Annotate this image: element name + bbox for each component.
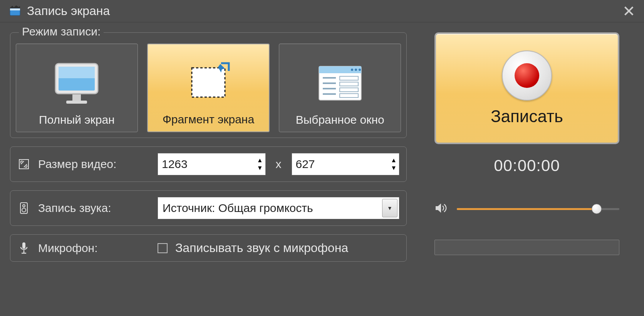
width-spinner[interactable]: ▲▼ (257, 157, 263, 171)
microphone-row: Микрофон: Записывать звук с микрофона (10, 234, 407, 262)
dimension-separator: x (273, 158, 284, 171)
volume-slider[interactable] (457, 208, 619, 210)
audio-source-dropdown[interactable]: Источник: Общая громкость ▼ (158, 197, 399, 219)
svg-rect-7 (192, 68, 225, 97)
height-spinner[interactable]: ▲▼ (391, 157, 397, 171)
mode-fullscreen[interactable]: Полный экран (16, 44, 138, 132)
svg-rect-22 (19, 160, 29, 169)
mic-level-meter (434, 240, 619, 255)
timer-display: 00:00:00 (494, 156, 560, 175)
titlebar: Запись экрана ✕ (0, 0, 644, 22)
svg-point-11 (355, 69, 357, 71)
screen-recorder-window: Запись экрана ✕ Режим записи: (0, 0, 644, 316)
volume-icon (434, 202, 448, 216)
mode-fragment[interactable]: Фрагмент экрана (147, 44, 270, 132)
mic-checkbox-label: Записывать звук с микрофона (175, 241, 348, 255)
window-icon (313, 59, 367, 109)
svg-point-25 (22, 208, 26, 212)
monitor-icon (50, 59, 104, 109)
video-size-label: Размер видео: (38, 158, 150, 171)
slider-thumb[interactable] (592, 204, 602, 214)
mic-label: Микрофон: (38, 242, 150, 255)
volume-row (434, 202, 619, 216)
recording-mode-group: Режим записи: Полный экран (10, 32, 407, 138)
selection-icon (181, 58, 235, 108)
svg-point-13 (359, 69, 361, 71)
recording-mode-label: Режим записи: (19, 25, 104, 38)
audio-source-row: Запись звука: Источник: Общая громкость … (10, 190, 407, 226)
svg-point-24 (23, 205, 25, 207)
mode-label: Выбранное окно (296, 113, 384, 126)
mode-label: Фрагмент экрана (163, 113, 254, 126)
svg-point-12 (351, 69, 353, 71)
height-value: 627 (296, 158, 315, 171)
chevron-down-icon[interactable]: ▼ (382, 199, 397, 217)
right-column: Записать 00:00:00 (420, 32, 634, 312)
mode-label: Полный экран (39, 113, 115, 126)
close-icon[interactable]: ✕ (622, 2, 636, 20)
speaker-device-icon (17, 202, 30, 215)
mode-buttons: Полный экран Фрагмент экрана (16, 44, 401, 132)
microphone-icon (17, 242, 30, 255)
left-column: Режим записи: Полный экран (10, 32, 407, 312)
svg-rect-4 (59, 67, 95, 78)
width-input[interactable]: 1263 ▲▼ (158, 153, 266, 175)
svg-rect-26 (22, 242, 25, 249)
resize-icon (17, 158, 30, 171)
height-input[interactable]: 627 ▲▼ (292, 153, 400, 175)
mode-window[interactable]: Выбранное окно (279, 44, 401, 132)
record-button-label: Записать (491, 107, 563, 126)
video-size-row: Размер видео: 1263 ▲▼ x 627 ▲▼ (10, 146, 407, 182)
width-value: 1263 (162, 158, 188, 171)
audio-source-label: Запись звука: (38, 202, 150, 215)
mic-checkbox[interactable] (158, 243, 168, 253)
audio-source-value: Источник: Общая громкость (163, 202, 313, 215)
svg-rect-1 (10, 8, 20, 10)
app-icon (8, 5, 22, 18)
svg-rect-6 (66, 101, 87, 104)
record-button[interactable]: Записать (434, 32, 619, 144)
content: Режим записи: Полный экран (0, 22, 644, 316)
svg-rect-5 (72, 94, 81, 101)
record-icon (502, 50, 552, 101)
window-title: Запись экрана (27, 4, 110, 18)
title-left: Запись экрана (8, 4, 110, 18)
